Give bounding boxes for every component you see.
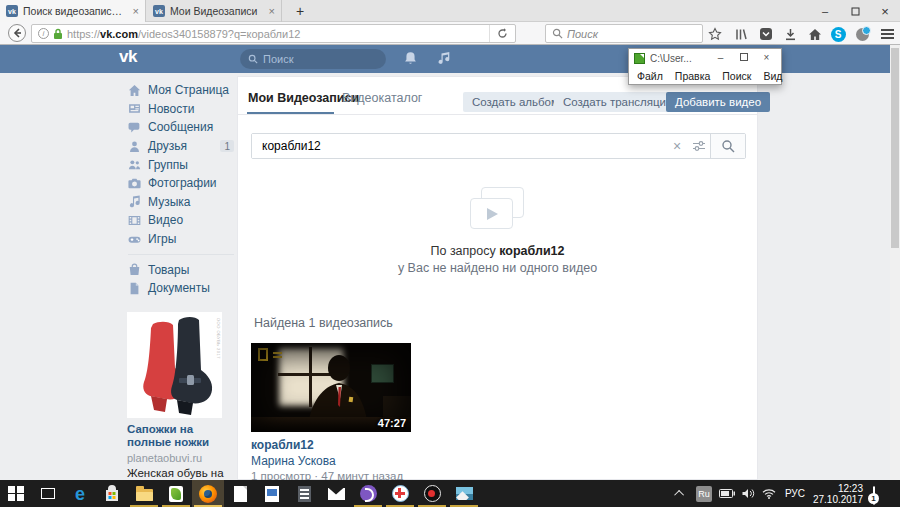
notifications-bell-icon[interactable] bbox=[403, 51, 419, 67]
sidebar-item-news[interactable]: Новости bbox=[128, 100, 234, 119]
bittorrent-taskbar-button[interactable] bbox=[352, 480, 384, 507]
file-explorer-taskbar-button[interactable] bbox=[128, 480, 160, 507]
new-tab-button[interactable]: + bbox=[288, 0, 312, 22]
create-stream-button[interactable]: Создать трансляцию bbox=[554, 92, 684, 112]
notepad-taskbar-button[interactable] bbox=[224, 480, 256, 507]
overlay-maximize-button[interactable] bbox=[732, 50, 755, 66]
tab-video-catalog[interactable]: Видеокаталог bbox=[342, 77, 422, 115]
browser-search-input[interactable] bbox=[567, 28, 677, 40]
video-author-link[interactable]: Марина Ускова bbox=[251, 454, 451, 468]
music-note-icon[interactable] bbox=[437, 51, 453, 67]
video-search-input[interactable] bbox=[252, 134, 666, 158]
search-submit-button[interactable] bbox=[710, 134, 745, 158]
action-center-button[interactable]: 1 bbox=[873, 487, 890, 501]
vk-header-search[interactable]: Поиск bbox=[240, 49, 386, 69]
overlay-close-button[interactable]: × bbox=[755, 50, 778, 66]
notepad-overlay-window[interactable]: C:\User... – × Файл Правка Поиск Вид bbox=[628, 48, 782, 85]
tab-close-icon[interactable]: × bbox=[133, 5, 139, 17]
sidebar-item-groups[interactable]: Группы bbox=[128, 155, 234, 174]
skype-icon[interactable]: S bbox=[829, 26, 847, 42]
news-icon bbox=[128, 102, 141, 115]
language-indicator-badge[interactable]: Ru bbox=[696, 486, 712, 502]
vk-logo[interactable]: vk bbox=[119, 47, 137, 67]
downloads-icon[interactable] bbox=[781, 26, 799, 42]
maximize-button[interactable] bbox=[840, 0, 870, 22]
sidebar-item-music[interactable]: Музыка bbox=[128, 193, 234, 212]
minimize-button[interactable]: – bbox=[810, 0, 840, 22]
site-info-icon[interactable]: i bbox=[38, 28, 49, 39]
sidebar-item-photos[interactable]: Фотографии bbox=[128, 174, 234, 193]
library-icon[interactable] bbox=[732, 26, 750, 42]
sidebar-item-documents[interactable]: Документы bbox=[128, 279, 234, 298]
page-scrollbar[interactable] bbox=[890, 45, 900, 480]
sidebar-item-my-page[interactable]: Моя Страница bbox=[128, 81, 234, 100]
menu-edit[interactable]: Правка bbox=[675, 70, 710, 82]
video-title-link[interactable]: корабли12 bbox=[251, 438, 451, 452]
bookmark-star-icon[interactable] bbox=[706, 26, 724, 42]
video-thumbnail[interactable]: 47:27 bbox=[251, 343, 411, 432]
wordpad-icon bbox=[265, 486, 279, 502]
overlay-minimize-button[interactable]: – bbox=[709, 50, 732, 66]
create-album-button[interactable]: Создать альбом bbox=[463, 92, 568, 112]
url-path: /videos340158879?q=корабли12 bbox=[138, 28, 300, 40]
close-button[interactable]: × bbox=[870, 0, 900, 22]
empty-prefix: По запросу bbox=[430, 244, 499, 258]
menu-view[interactable]: Вид bbox=[763, 70, 782, 82]
folder-icon bbox=[136, 489, 153, 501]
recorder-taskbar-button[interactable] bbox=[416, 480, 448, 507]
menu-hamburger-icon[interactable] bbox=[878, 26, 896, 42]
medical-app-taskbar-button[interactable] bbox=[384, 480, 416, 507]
firefox-taskbar-button[interactable] bbox=[192, 480, 224, 507]
browser-tab-active[interactable]: vk Поиск видеозаписей по за × bbox=[0, 0, 146, 22]
wifi-icon[interactable] bbox=[762, 488, 776, 499]
mail-taskbar-button[interactable] bbox=[320, 480, 352, 507]
language-code[interactable]: РУС bbox=[785, 488, 805, 499]
sidebar-item-games[interactable]: Игры bbox=[128, 230, 234, 249]
search-icon bbox=[248, 54, 258, 64]
home-icon[interactable] bbox=[806, 26, 824, 42]
sidebar-item-market[interactable]: Товары bbox=[128, 260, 234, 279]
task-view-button[interactable] bbox=[32, 480, 64, 507]
tray-expand-chevron-icon[interactable] bbox=[674, 490, 684, 500]
wordpad-taskbar-button[interactable] bbox=[256, 480, 288, 507]
store-taskbar-button[interactable] bbox=[96, 480, 128, 507]
sidebar-item-friends[interactable]: Друзья 1 bbox=[128, 137, 234, 156]
browser-tab-2[interactable]: vk Мои Видеозаписи × bbox=[147, 0, 282, 22]
ad-image-boots[interactable]: ООО ОБУВЬ 2017 bbox=[127, 312, 222, 418]
back-button[interactable] bbox=[8, 24, 26, 42]
menu-file[interactable]: Файл bbox=[637, 70, 663, 82]
tab-close-icon[interactable]: × bbox=[269, 5, 275, 17]
video-search-row: × bbox=[251, 133, 746, 159]
volume-icon[interactable] bbox=[742, 488, 755, 499]
photos-taskbar-button[interactable] bbox=[448, 480, 480, 507]
clear-search-icon[interactable]: × bbox=[666, 134, 688, 158]
vk-sidebar: Моя Страница Новости Сообщения Друзья 1 … bbox=[128, 81, 234, 298]
sidebar-item-video[interactable]: Видео bbox=[128, 211, 234, 230]
overlay-window-controls: – × bbox=[709, 50, 778, 66]
taskbar-clock[interactable]: 12:23 27.10.2017 bbox=[813, 483, 863, 505]
browser-search[interactable] bbox=[545, 24, 703, 43]
ad-title-link[interactable]: Сапожки на полные ножки bbox=[127, 423, 233, 449]
scrollbar-thumb[interactable] bbox=[891, 48, 899, 248]
photos-icon bbox=[128, 177, 141, 190]
pocket-icon[interactable] bbox=[757, 26, 775, 42]
sidebar-item-messages[interactable]: Сообщения bbox=[128, 118, 234, 137]
filter-sliders-icon[interactable] bbox=[688, 134, 710, 158]
sidebar-ad[interactable]: ООО ОБУВЬ 2017 Сапожки на полные ножки p… bbox=[127, 312, 233, 480]
overlay-titlebar[interactable]: C:\User... – × bbox=[629, 49, 781, 67]
journal-taskbar-button[interactable] bbox=[288, 480, 320, 507]
start-button[interactable] bbox=[0, 480, 32, 507]
screenshot-extension-icon[interactable] bbox=[853, 26, 871, 42]
menu-search[interactable]: Поиск bbox=[722, 70, 751, 82]
red-cross-icon bbox=[392, 485, 409, 502]
edge-taskbar-button[interactable]: e bbox=[64, 480, 96, 507]
video-result-item[interactable]: 47:27 корабли12 Марина Ускова 1 просмотр… bbox=[251, 343, 451, 480]
notepadpp-icon bbox=[169, 486, 183, 502]
reload-button[interactable] bbox=[489, 25, 515, 42]
ad-description: Женская обувь на полные ножки с 33 по 44… bbox=[127, 468, 233, 480]
back-arrow-icon bbox=[12, 28, 22, 38]
address-bar[interactable]: i https://vk.com/videos340158879?q=кораб… bbox=[31, 24, 516, 43]
battery-icon[interactable] bbox=[719, 489, 735, 498]
notepadpp-taskbar-button[interactable] bbox=[160, 480, 192, 507]
add-video-button[interactable]: Добавить видео bbox=[666, 92, 770, 112]
